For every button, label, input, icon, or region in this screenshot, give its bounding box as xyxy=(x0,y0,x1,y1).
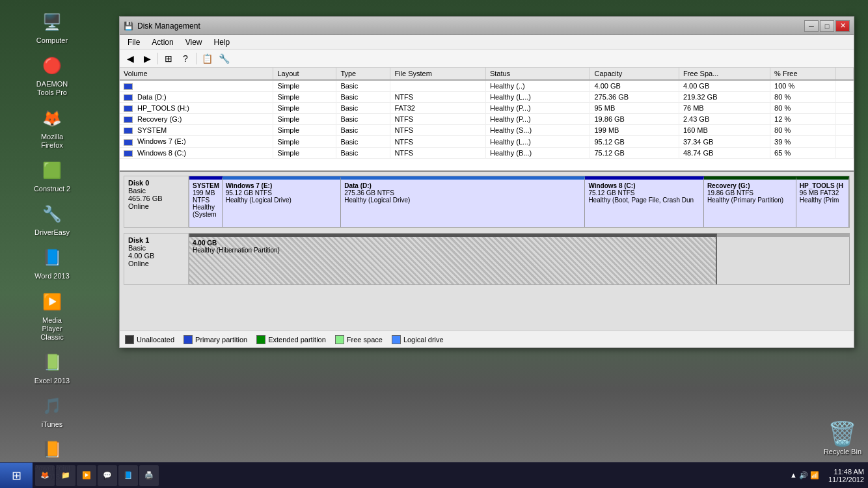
properties-button[interactable]: 📋 xyxy=(199,51,215,66)
disk-1-partition-0[interactable]: 4.00 GB Healthy (Hibernation Partition) xyxy=(189,234,717,284)
menu-file[interactable]: File xyxy=(122,36,145,48)
table-row[interactable]: Data (D:) Simple Basic NTFS Healthy (L..… xyxy=(120,92,854,103)
col-capacity[interactable]: Capacity xyxy=(590,68,679,80)
cell-layout: Simple xyxy=(273,114,336,125)
disk-table-container[interactable]: Volume Layout Type File System Status Ca… xyxy=(120,68,854,172)
cell-capacity: 19.86 GB xyxy=(590,114,679,125)
desktop-icon-excel2013[interactable]: 📗 Excel 2013 xyxy=(29,347,75,388)
cell-volume xyxy=(120,80,273,92)
col-type[interactable]: Type xyxy=(336,68,390,80)
menu-help[interactable]: Help xyxy=(209,36,236,48)
cell-volume: Windows 8 (C:) xyxy=(120,147,273,158)
cell-fs xyxy=(390,80,486,92)
disk-0-partition-3[interactable]: Windows 8 (C:) 75.12 GB NTFS Healthy (Bo… xyxy=(585,176,704,227)
back-button[interactable]: ◀ xyxy=(122,51,138,66)
toolbar-separator-2 xyxy=(196,53,197,64)
table-row[interactable]: Windows 7 (E:) Simple Basic NTFS Healthy… xyxy=(120,136,854,147)
cell-free: 76 MB xyxy=(679,103,770,114)
col-free-space[interactable]: Free Spa... xyxy=(679,68,770,80)
cell-free: 160 MB xyxy=(679,125,770,136)
settings-button[interactable]: 🔧 xyxy=(216,51,232,66)
maximize-button[interactable]: □ xyxy=(820,20,834,32)
taskbar-clock[interactable]: 11:48 AM 11/12/2012 xyxy=(824,468,868,483)
table-row[interactable]: Recovery (G:) Simple Basic NTFS Healthy … xyxy=(120,114,854,125)
cell-fs: NTFS xyxy=(390,114,486,125)
disk-0-partition-2[interactable]: Data (D:) 275.36 GB NTFS Healthy (Logica… xyxy=(341,176,585,227)
disk-0-partition-1[interactable]: Windows 7 (E:) 95.12 GB NTFS Healthy (Lo… xyxy=(223,176,342,227)
cell-capacity: 199 MB xyxy=(590,125,679,136)
forward-button[interactable]: ▶ xyxy=(139,51,155,66)
legend-extended-label: Extended partition xyxy=(268,336,326,344)
cell-pct: 39 % xyxy=(770,136,836,147)
desktop-icon-drivereasy[interactable]: 🔧 DriverEasy xyxy=(29,198,75,239)
cell-free: 48.74 GB xyxy=(679,147,770,158)
cell-fs: NTFS xyxy=(390,147,486,158)
menu-view[interactable]: View xyxy=(180,36,208,48)
cell-type: Basic xyxy=(336,147,390,158)
menubar: File Action View Help xyxy=(120,35,854,49)
taskbar-item-printer-task[interactable]: 🖨️ xyxy=(139,465,159,486)
col-layout[interactable]: Layout xyxy=(273,68,336,80)
col-pct-free[interactable]: % Free xyxy=(770,68,836,80)
disk-visual-inner[interactable]: Disk 0Basic465.76 GBOnline SYSTEM 199 MB… xyxy=(120,172,854,331)
taskbar-item-word-task[interactable]: 📘 xyxy=(118,465,138,486)
taskbar-item-mediaplayer-task[interactable]: ▶️ xyxy=(77,465,96,486)
disk-0-partition-4[interactable]: Recovery (G:) 19.86 GB NTFS Healthy (Pri… xyxy=(704,176,796,227)
taskbar: ⊞ 🦊📁▶️💬📘🖨️ ▲ 🔊 📶 11:48 AM 11/12/2012 xyxy=(0,462,868,488)
taskbar-item-firefox-task[interactable]: 🦊 xyxy=(35,465,55,486)
toolbar-separator-1 xyxy=(157,53,158,64)
computer-label: Computer xyxy=(36,36,68,45)
toolbar: ◀ ▶ ⊞ ? 📋 🔧 xyxy=(120,49,854,68)
col-volume[interactable]: Volume xyxy=(120,68,273,80)
firefox-label: Mozilla Firefox xyxy=(32,133,72,150)
col-filesystem[interactable]: File System xyxy=(390,68,486,80)
cell-pct: 12 % xyxy=(770,114,836,125)
table-row[interactable]: Windows 8 (C:) Simple Basic NTFS Healthy… xyxy=(120,147,854,158)
cell-type: Basic xyxy=(336,136,390,147)
help-button[interactable]: ? xyxy=(178,51,193,66)
cell-status: Healthy (P...) xyxy=(485,103,590,114)
legend-unallocated: Unallocated xyxy=(125,335,174,344)
cell-extra xyxy=(835,103,853,114)
start-button[interactable]: ⊞ xyxy=(0,463,33,489)
cell-volume: Windows 7 (E:) xyxy=(120,136,273,147)
desktop-icon-daemon-tools[interactable]: 🔴 DAEMON Tools Pro xyxy=(29,50,75,100)
firefox-icon: 🦊 xyxy=(39,105,65,131)
cell-layout: Simple xyxy=(273,125,336,136)
table-row[interactable]: HP_TOOLS (H:) Simple Basic FAT32 Healthy… xyxy=(120,103,854,114)
desktop-icon-itunes[interactable]: 🎵 iTunes xyxy=(29,390,75,431)
cell-layout: Simple xyxy=(273,80,336,92)
disk-0-partition-5[interactable]: HP_TOOLS (H 96 MB FAT32 Healthy (Prim xyxy=(796,176,849,227)
cell-volume: Data (D:) xyxy=(120,92,273,103)
cell-capacity: 95.12 GB xyxy=(590,136,679,147)
cell-extra xyxy=(835,147,853,158)
taskbar-item-explorer-task[interactable]: 📁 xyxy=(56,465,75,486)
disk-0-partition-0[interactable]: SYSTEM 199 MB NTFS Healthy (System xyxy=(189,176,223,227)
cell-layout: Simple xyxy=(273,147,336,158)
cell-status: Healthy (L...) xyxy=(485,136,590,147)
table-row[interactable]: Simple Basic Healthy (..) 4.00 GB 4.00 G… xyxy=(120,80,854,92)
cell-fs: FAT32 xyxy=(390,103,486,114)
powerpoint-icon: 📙 xyxy=(39,437,65,463)
legend-logical-color xyxy=(392,335,401,344)
desktop-icon-construct2[interactable]: 🟩 Construct 2 xyxy=(29,155,75,196)
cell-status: Healthy (..) xyxy=(485,80,590,92)
taskbar-item-skype-task[interactable]: 💬 xyxy=(98,465,117,486)
minimize-button[interactable]: ─ xyxy=(804,20,819,32)
table-row[interactable]: SYSTEM Simple Basic NTFS Healthy (S...) … xyxy=(120,125,854,136)
cell-pct: 65 % xyxy=(770,147,836,158)
close-button[interactable]: ✕ xyxy=(835,20,850,32)
daemon-tools-icon: 🔴 xyxy=(39,53,65,79)
cell-pct: 100 % xyxy=(770,80,836,92)
col-status[interactable]: Status xyxy=(485,68,590,80)
desktop-icon-word2013[interactable]: 📘 Word 2013 xyxy=(29,242,75,283)
grid-button[interactable]: ⊞ xyxy=(161,51,176,66)
disk-1-partitions: 4.00 GB Healthy (Hibernation Partition) xyxy=(189,233,850,285)
recycle-bin[interactable]: 🗑️ Recycle Bin xyxy=(824,420,861,455)
cell-layout: Simple xyxy=(273,92,336,103)
desktop-icon-firefox[interactable]: 🦊 Mozilla Firefox xyxy=(29,103,75,152)
menu-action[interactable]: Action xyxy=(146,36,178,48)
excel2013-icon: 📗 xyxy=(39,349,65,375)
desktop-icon-computer[interactable]: 🖥️ Computer xyxy=(29,7,75,47)
desktop-icon-mediaplayer[interactable]: ▶️ Media Player Classic xyxy=(29,286,75,345)
